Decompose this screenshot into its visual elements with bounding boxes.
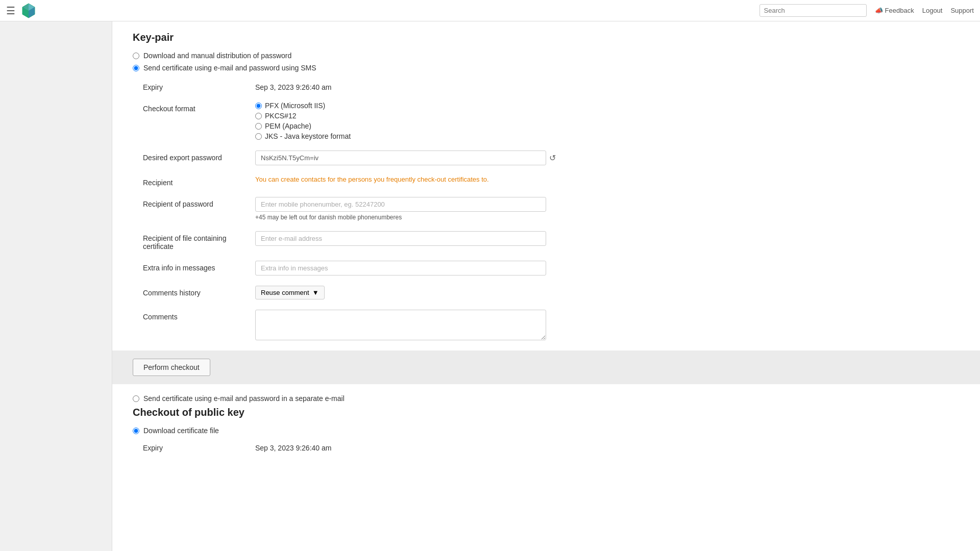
export-password-label: Desired export password — [143, 151, 245, 162]
topnav-right: 📣 Feedback Logout Support — [760, 4, 974, 17]
checkout-format-label: Checkout format — [143, 102, 245, 113]
extra-info-input[interactable] — [255, 261, 546, 276]
radio-separate-email-option: Send certificate using e-mail and passwo… — [133, 394, 960, 403]
recipient-password-row: Recipient of password +45 may be left ou… — [143, 197, 960, 221]
fmt-pkcs-label: PKCS#12 — [265, 112, 296, 120]
comments-textarea[interactable] — [255, 310, 546, 340]
radio-download-option: Download and manual distribution of pass… — [133, 52, 960, 60]
radio-download-label: Download and manual distribution of pass… — [143, 52, 291, 60]
format-pfx: PFX (Microsoft IIS) — [255, 102, 351, 110]
radio-email-sms-option: Send certificate using e-mail and passwo… — [133, 64, 960, 72]
checkout-format-options: PFX (Microsoft IIS) PKCS#12 PEM (Apache)… — [255, 102, 351, 140]
expiry-row: Expiry Sep 3, 2023 9:26:40 am — [143, 80, 960, 91]
recipient-password-input[interactable] — [255, 197, 546, 212]
recipient-label: Recipient — [143, 176, 245, 187]
expiry2-label: Expiry — [143, 441, 245, 452]
reuse-comment-button[interactable]: Reuse comment ▼ — [255, 286, 325, 299]
app-logo — [20, 3, 37, 19]
refresh-password-button[interactable]: ↺ — [549, 153, 556, 163]
support-button[interactable]: Support — [950, 7, 974, 14]
expiry-value: Sep 3, 2023 9:26:40 am — [255, 80, 331, 91]
format-pkcs: PKCS#12 — [255, 112, 351, 120]
feedback-button[interactable]: 📣 Feedback — [875, 7, 914, 14]
logout-button[interactable]: Logout — [922, 7, 943, 14]
radio-pkcs[interactable] — [255, 113, 262, 119]
perform-checkout-button[interactable]: Perform checkout — [133, 359, 210, 376]
radio-download[interactable] — [133, 53, 139, 59]
public-key-section: Checkout of public key Download certific… — [133, 407, 960, 452]
export-password-row: Desired export password ↺ — [143, 151, 960, 165]
radio-download-cert-file-option: Download certificate file — [133, 427, 960, 435]
expiry2-value: Sep 3, 2023 9:26:40 am — [255, 441, 331, 452]
extra-info-label: Extra info in messages — [143, 261, 245, 272]
comments-history-dropdown: Reuse comment ▼ — [255, 286, 325, 299]
expiry2-row: Expiry Sep 3, 2023 9:26:40 am — [143, 441, 960, 452]
fmt-pem-label: PEM (Apache) — [265, 122, 311, 130]
checkout-format-row: Checkout format PFX (Microsoft IIS) PKCS… — [143, 102, 960, 140]
topnav: ☰ 📣 Feedback Logout Support — [0, 0, 980, 21]
section-title: Key-pair — [133, 32, 960, 43]
recipient-password-label: Recipient of password — [143, 197, 245, 208]
fmt-pfx-label: PFX (Microsoft IIS) — [265, 102, 325, 110]
comments-history-label: Comments history — [143, 286, 245, 297]
reuse-comment-label: Reuse comment — [261, 289, 309, 296]
format-pem: PEM (Apache) — [255, 122, 351, 130]
recipient-password-hint: +45 may be left out for danish mobile ph… — [255, 214, 546, 221]
recipient-link[interactable]: You can create contacts for the persons … — [255, 176, 489, 183]
password-wrapper: ↺ — [255, 151, 556, 165]
topnav-left: ☰ — [6, 3, 37, 19]
export-password-input[interactable] — [255, 151, 546, 165]
expiry-label: Expiry — [143, 80, 245, 91]
recipient-file-input[interactable] — [255, 231, 546, 246]
fmt-jks-label: JKS - Java keystore format — [265, 132, 351, 140]
format-jks: JKS - Java keystore format — [255, 132, 351, 140]
radio-pfx[interactable] — [255, 103, 262, 109]
public-key-title: Checkout of public key — [133, 407, 960, 418]
radio-download-cert[interactable] — [133, 428, 139, 434]
recipient-row: Recipient You can create contacts for th… — [143, 176, 960, 187]
recipient-file-label: Recipient of file containing certificate — [143, 231, 245, 251]
comments-label: Comments — [143, 310, 245, 321]
radio-pem[interactable] — [255, 123, 262, 130]
action-bar: Perform checkout — [0, 350, 980, 384]
radio-email-sms-label: Send certificate using e-mail and passwo… — [143, 64, 316, 72]
recipient-file-row: Recipient of file containing certificate — [143, 231, 960, 251]
radio-separate-email[interactable] — [133, 395, 139, 402]
form-section: Expiry Sep 3, 2023 9:26:40 am Checkout f… — [143, 80, 960, 340]
main-content: Key-pair Download and manual distributio… — [0, 21, 980, 551]
search-input[interactable] — [760, 4, 867, 17]
dropdown-arrow-icon: ▼ — [312, 289, 319, 296]
megaphone-icon: 📣 — [875, 7, 883, 14]
recipient-password-field-wrapper: +45 may be left out for danish mobile ph… — [255, 197, 546, 221]
sidebar — [0, 21, 112, 551]
comments-row: Comments — [143, 310, 960, 340]
radio-jks[interactable] — [255, 133, 262, 140]
radio-separate-email-label: Send certificate using e-mail and passwo… — [143, 394, 345, 403]
radio-download-cert-label: Download certificate file — [143, 427, 219, 435]
extra-info-row: Extra info in messages — [143, 261, 960, 276]
comments-history-row: Comments history Reuse comment ▼ — [143, 286, 960, 299]
radio-email-sms[interactable] — [133, 65, 139, 71]
hamburger-icon[interactable]: ☰ — [6, 5, 15, 17]
